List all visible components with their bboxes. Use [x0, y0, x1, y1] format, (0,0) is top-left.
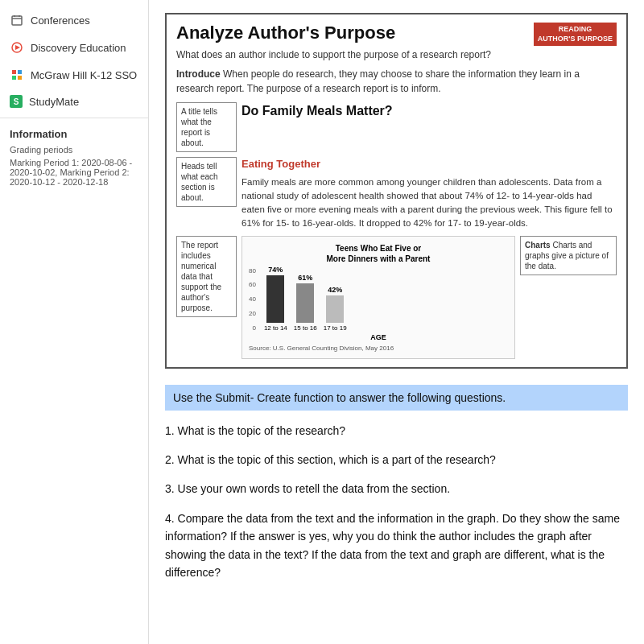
question-4: 4. Compare the data from the text and th… — [165, 510, 628, 582]
sidebar-item-conferences-label: Conferences — [31, 14, 90, 27]
bar-age-1: 12 to 14 — [264, 324, 287, 332]
sidebar-item-discovery[interactable]: Discovery Education — [0, 34, 148, 61]
article-header: Analyze Author's Purpose READING AUTHOR'… — [176, 23, 617, 46]
sidebar-item-studymate-label: StudyMate — [29, 96, 79, 108]
article-title: Analyze Author's Purpose — [176, 23, 395, 43]
bar-value-2: 61% — [298, 274, 312, 282]
svg-rect-8 — [12, 76, 16, 80]
chart-area: Teens Who Eat Five or More Dinners with … — [242, 236, 515, 359]
svg-rect-9 — [18, 76, 22, 80]
sidebar-grading-label: Grading periods — [0, 143, 148, 156]
intro-label: Introduce — [176, 68, 221, 80]
article-grid: A title tells what the report is about. … — [176, 102, 617, 230]
y-axis: 80 60 40 20 0 — [249, 267, 256, 332]
svg-rect-7 — [18, 70, 22, 74]
annotation-heads: Heads tell what each section is about. — [176, 157, 237, 207]
bar-group-2: 61% 15 to 16 — [294, 274, 317, 332]
reading-badge: READING AUTHOR'S PURPOSE — [534, 23, 617, 46]
bar-1 — [266, 275, 284, 323]
chart-x-label: AGE — [249, 333, 508, 341]
bar-group-3: 42% 17 to 19 — [324, 286, 347, 332]
svg-rect-6 — [12, 70, 16, 74]
bar-age-3: 17 to 19 — [324, 324, 347, 332]
article-subtitle: What does an author include to support t… — [176, 49, 617, 60]
bar-group-1: 74% 12 to 14 — [264, 266, 287, 332]
bar-2 — [296, 283, 314, 323]
sidebar-section-information: Information — [0, 122, 148, 143]
sidebar-item-mcgrawhill-label: McGraw Hill K-12 SSO — [31, 69, 137, 81]
annotation-title: A title tells what the report is about. — [176, 102, 237, 152]
sidebar-divider — [0, 118, 148, 118]
svg-marker-5 — [15, 45, 20, 50]
article-box: Analyze Author's Purpose READING AUTHOR'… — [165, 13, 628, 369]
calendar-icon — [10, 13, 24, 27]
intro-text: When people do research, they may choose… — [176, 68, 580, 94]
play-icon — [10, 40, 24, 55]
bar-value-1: 74% — [268, 266, 283, 274]
main-content: Analyze Author's Purpose READING AUTHOR'… — [149, 0, 644, 644]
bar-age-2: 15 to 16 — [294, 324, 317, 332]
grid-icon — [10, 68, 24, 82]
sidebar-item-studymate[interactable]: S StudyMate — [0, 89, 148, 114]
section-body: Family meals are more common among young… — [242, 175, 617, 231]
article-intro: Introduce When people do research, they … — [176, 67, 617, 96]
charts-label: Charts — [525, 241, 551, 250]
bar-value-3: 42% — [328, 286, 342, 294]
bar-chart: 74% 12 to 14 61% 15 to 16 42% — [258, 267, 353, 332]
svg-rect-0 — [12, 16, 22, 25]
chart-row: The report includes numerical data that … — [176, 236, 617, 359]
sidebar-grading-periods: Marking Period 1: 2020-08-06 - 2020-10-0… — [0, 156, 148, 188]
chart-footer: Source: U.S. General Counting Division, … — [249, 345, 508, 352]
sidebar-item-mcgrawhill[interactable]: McGraw Hill K-12 SSO — [0, 61, 148, 89]
section-content: Eating Together Family meals are more co… — [242, 157, 617, 230]
sidebar-item-discovery-label: Discovery Education — [31, 42, 126, 54]
chart-title: Teens Who Eat Five or More Dinners with … — [249, 243, 508, 264]
question-1: 1. What is the topic of the research? — [165, 422, 628, 440]
doc-title-section: Do Family Meals Matter? — [242, 102, 617, 152]
sidebar: Conferences Discovery Education McGraw H… — [0, 0, 149, 644]
question-2: 2. What is the topic of this section, wh… — [165, 451, 628, 469]
studymate-icon: S — [10, 95, 23, 108]
section-heading: Eating Together — [242, 157, 617, 171]
bar-3 — [326, 295, 344, 323]
highlight-box: Use the Submit- Create function to answe… — [165, 385, 628, 411]
question-3: 3. Use your own words to retell the data… — [165, 480, 628, 497]
chart-inner: 80 60 40 20 0 74% 12 to 14 — [249, 267, 508, 332]
doc-title: Do Family Meals Matter? — [242, 102, 617, 120]
chart-side-note: Charts Charts and graphs give a picture … — [520, 236, 617, 275]
annotation-data: The report includes numerical data that … — [176, 236, 237, 317]
sidebar-item-conferences[interactable]: Conferences — [0, 6, 148, 34]
